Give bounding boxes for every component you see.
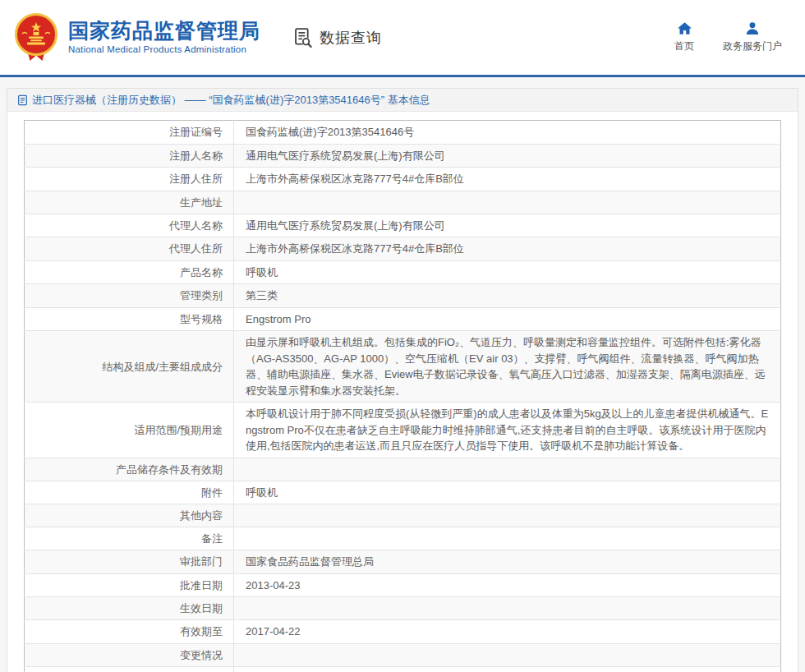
row-label: 其他内容 (25, 504, 234, 527)
table-row: 注详情 (25, 666, 781, 672)
table-row: 结构及组成/主要组成成分由显示屏和呼吸机主机组成。包括集成的FiO₂、气道压力、… (25, 331, 781, 403)
row-value (234, 504, 781, 527)
row-label: 变更情况 (25, 643, 234, 666)
brand-text: 国家药品监督管理局 National Medical Products Admi… (68, 20, 260, 55)
row-value: 国食药监械(进)字2013第3541646号 (234, 121, 781, 145)
row-label: 适用范围/预期用途 (25, 403, 234, 458)
row-label: 备注 (25, 527, 234, 550)
row-value: Engstrom Pro (234, 307, 781, 331)
row-label: 附件 (25, 481, 234, 504)
table-row: 产品储存条件及有效期 (25, 458, 781, 481)
data-query-label: 数据查询 (320, 28, 382, 48)
data-query-icon (292, 26, 314, 48)
national-emblem-icon (12, 12, 61, 63)
row-value: 通用电气医疗系统贸易发展(上海)有限公司 (234, 144, 781, 168)
table-row: 变更情况 (25, 643, 781, 666)
row-value: 呼吸机 (234, 481, 781, 504)
table-row: 附件呼吸机 (25, 481, 781, 504)
row-label: 管理类别 (25, 284, 234, 308)
table-row: 批准日期2013-04-23 (25, 573, 781, 597)
info-table-body: 注册证编号国食药监械(进)字2013第3541646号注册人名称通用电气医疗系统… (25, 121, 781, 672)
row-label: 代理人名称 (25, 214, 234, 237)
nav-item-label: 首页 (674, 39, 694, 53)
info-table-wrap: 注册证编号国食药监械(进)字2013第3541646号注册人名称通用电气医疗系统… (24, 120, 781, 672)
table-row: 备注 (25, 527, 781, 550)
table-row: 其他内容 (25, 504, 781, 527)
table-row: 代理人名称通用电气医疗系统贸易发展(上海)有限公司 (25, 214, 781, 237)
row-value (234, 643, 781, 666)
table-row: 管理类别第三类 (25, 284, 781, 308)
table-row: 生效日期 (25, 597, 781, 620)
data-query-section[interactable]: 数据查询 (292, 26, 382, 48)
brand-title: 国家药品监督管理局 (68, 20, 260, 43)
table-row: 审批部门国家食品药品监督管理总局 (25, 550, 781, 574)
row-label: 结构及组成/主要组成成分 (25, 331, 234, 403)
row-label: 生效日期 (25, 597, 234, 620)
table-row: 注册人住所上海市外高桥保税区冰克路777号4#仓库B部位 (25, 168, 781, 191)
row-label: 注 (25, 666, 234, 672)
user-icon (745, 21, 760, 35)
row-value: 上海市外高桥保税区冰克路777号4#仓库B部位 (234, 237, 781, 261)
table-row: 型号规格Engstrom Pro (25, 307, 781, 331)
row-value: 第三类 (234, 284, 781, 308)
row-value (234, 527, 781, 550)
nav-item-home[interactable]: 首页 (670, 21, 698, 53)
table-row: 代理人住所上海市外高桥保税区冰克路777号4#仓库B部位 (25, 237, 781, 261)
row-label: 产品名称 (25, 260, 234, 284)
page-title: 进口医疗器械（注册历史数据） —— “国食药监械(进)字2013第3541646… (32, 93, 430, 108)
row-label: 产品储存条件及有效期 (25, 458, 234, 481)
table-row: 有效期至2017-04-22 (25, 620, 781, 644)
row-value: 2013-04-23 (234, 573, 781, 597)
row-value: 呼吸机 (234, 260, 781, 284)
row-value: 详情 (234, 666, 781, 672)
document-icon (17, 94, 28, 106)
row-value: 上海市外高桥保税区冰克路777号4#仓库B部位 (234, 168, 781, 191)
page-body: 进口医疗器械（注册历史数据） —— “国食药监械(进)字2013第3541646… (0, 77, 805, 672)
registration-info-table: 注册证编号国食药监械(进)字2013第3541646号注册人名称通用电气医疗系统… (24, 120, 781, 672)
content-panel: 进口医疗器械（注册历史数据） —— “国食药监械(进)字2013第3541646… (7, 88, 798, 672)
nav-item-label: 政务服务门户 (723, 39, 782, 53)
brand-logo-link[interactable]: 国家药品监督管理局 National Medical Products Admi… (12, 12, 260, 63)
table-row: 生产地址 (25, 191, 781, 214)
page-titlebar: 进口医疗器械（注册历史数据） —— “国食药监械(进)字2013第3541646… (7, 89, 798, 112)
row-label: 注册证编号 (25, 121, 234, 145)
table-row: 产品名称呼吸机 (25, 260, 781, 284)
table-row: 注册人名称通用电气医疗系统贸易发展(上海)有限公司 (25, 144, 781, 168)
row-label: 注册人住所 (25, 168, 234, 191)
top-nav: 首页 政务服务门户 (670, 21, 782, 53)
nav-item-gov-portal[interactable]: 政务服务门户 (723, 21, 782, 53)
row-value (234, 597, 781, 620)
row-label: 注册人名称 (25, 144, 234, 168)
row-value: 本呼吸机设计用于肺不同程度受损(从轻微到严重)的成人患者以及体重为5kg及以上的… (234, 403, 781, 458)
row-label: 生产地址 (25, 191, 234, 214)
table-row: 适用范围/预期用途本呼吸机设计用于肺不同程度受损(从轻微到严重)的成人患者以及体… (25, 403, 781, 458)
row-value: 通用电气医疗系统贸易发展(上海)有限公司 (234, 214, 781, 237)
brand-subtitle: National Medical Products Administration (68, 44, 260, 55)
row-value: 2017-04-22 (234, 620, 781, 644)
row-label: 审批部门 (25, 550, 234, 574)
row-label: 有效期至 (25, 620, 234, 644)
row-value: 国家食品药品监督管理总局 (234, 550, 781, 574)
table-row: 注册证编号国食药监械(进)字2013第3541646号 (25, 121, 781, 145)
row-label: 批准日期 (25, 573, 234, 597)
row-label: 代理人住所 (25, 237, 234, 261)
site-header: 国家药品监督管理局 National Medical Products Admi… (0, 0, 805, 75)
row-label: 型号规格 (25, 307, 234, 331)
row-value (234, 191, 781, 214)
row-value (234, 458, 781, 481)
home-icon (677, 21, 692, 35)
row-value: 由显示屏和呼吸机主机组成。包括集成的FiO₂、气道压力、呼吸量测定和容量监控组件… (234, 331, 781, 403)
